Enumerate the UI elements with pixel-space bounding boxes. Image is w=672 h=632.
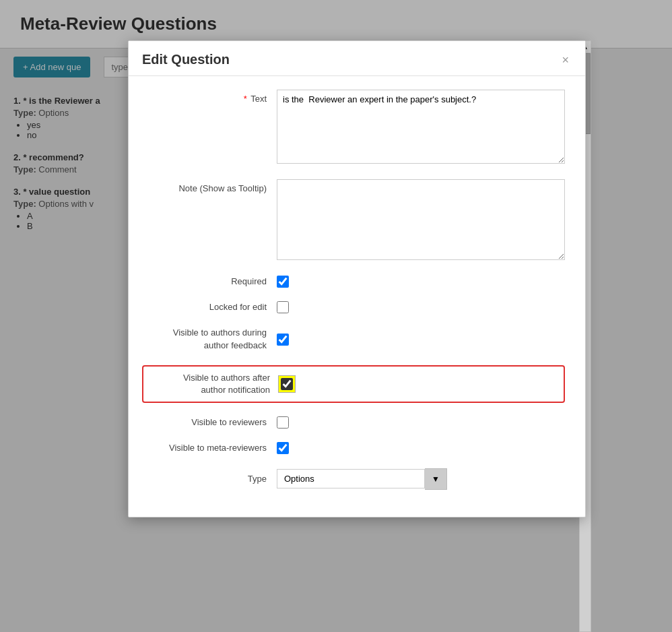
modal-body: * Text is the Reviewer an expert in the … <box>129 76 585 517</box>
text-field-control: is the Reviewer an expert in the paper's… <box>277 90 565 166</box>
locked-row: Locked for edit <box>142 301 565 313</box>
required-checkbox[interactable] <box>277 276 289 288</box>
visible-after-highlighted-row: Visible to authors afterauthor notificat… <box>142 365 565 403</box>
text-textarea[interactable]: is the Reviewer an expert in the paper's… <box>277 90 565 164</box>
edit-question-modal: Edit Question × * Text is the Reviewer a… <box>128 40 586 517</box>
note-field-control <box>277 179 565 262</box>
modal-title: Edit Question <box>142 52 230 67</box>
text-label: * Text <box>142 90 277 104</box>
visible-after-checkbox[interactable] <box>281 378 293 390</box>
locked-label: Locked for edit <box>142 301 277 313</box>
required-label: Required <box>142 276 277 288</box>
visible-during-label: Visible to authors duringauthor feedback <box>142 327 277 351</box>
visible-reviewers-checkbox[interactable] <box>277 416 289 429</box>
visible-meta-reviewers-label: Visible to meta-reviewers <box>142 442 277 454</box>
visible-reviewers-label: Visible to reviewers <box>142 416 277 429</box>
type-label: Type <box>142 474 277 484</box>
visible-reviewers-checkbox-wrapper <box>277 416 289 429</box>
visible-after-label: Visible to authors afterauthor notificat… <box>150 372 278 396</box>
text-field-row: * Text is the Reviewer an expert in the … <box>142 90 565 166</box>
type-select[interactable]: Options Comment Options with value Scale… <box>277 469 425 488</box>
visible-after-checkbox-highlight <box>278 375 296 393</box>
type-row: Type Options Comment Options with value … <box>142 468 565 490</box>
modal-close-button[interactable]: × <box>559 54 572 66</box>
visible-during-checkbox-wrapper <box>277 334 289 346</box>
visible-reviewers-row: Visible to reviewers <box>142 416 565 429</box>
required-row: Required <box>142 276 565 288</box>
visible-during-checkbox[interactable] <box>277 334 289 346</box>
required-checkbox-wrapper <box>277 276 289 288</box>
locked-checkbox[interactable] <box>277 301 289 313</box>
visible-meta-reviewers-row: Visible to meta-reviewers <box>142 442 565 454</box>
type-select-wrapper: Options Comment Options with value Scale… <box>277 468 447 490</box>
note-label: Note (Show as Tooltip) <box>142 179 277 193</box>
note-textarea[interactable] <box>277 179 565 260</box>
select-arrow-icon[interactable]: ▼ <box>425 468 447 490</box>
visible-meta-reviewers-checkbox-wrapper <box>277 442 289 454</box>
required-star: * <box>244 94 247 104</box>
note-field-row: Note (Show as Tooltip) <box>142 179 565 262</box>
visible-during-row: Visible to authors duringauthor feedback <box>142 327 565 351</box>
visible-meta-reviewers-checkbox[interactable] <box>277 442 289 454</box>
locked-checkbox-wrapper <box>277 301 289 313</box>
modal-header: Edit Question × <box>129 41 585 76</box>
